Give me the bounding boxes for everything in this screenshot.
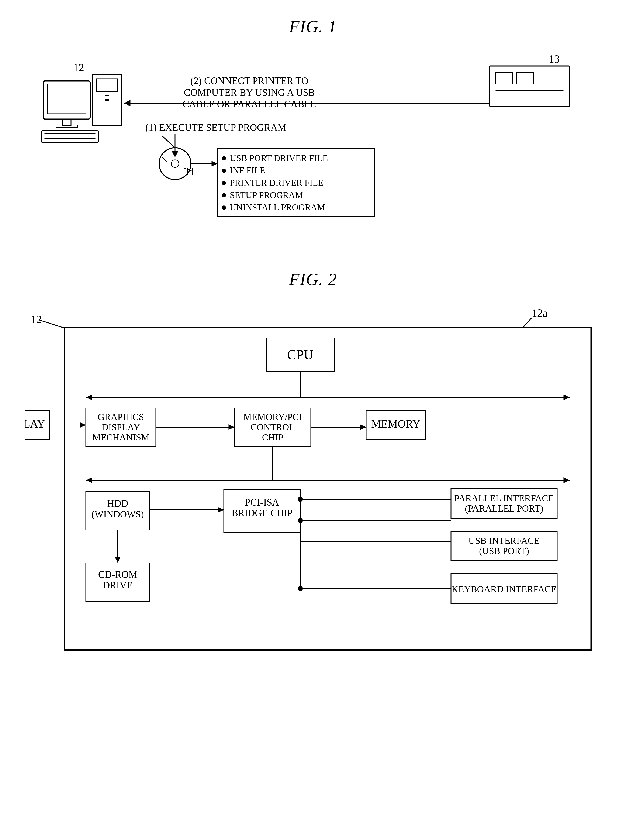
svg-point-84 [298,497,303,502]
svg-text:(1) EXECUTE SETUP PROGRAM: (1) EXECUTE SETUP PROGRAM [146,122,286,133]
svg-rect-6 [105,95,109,96]
svg-point-36 [222,169,226,173]
svg-rect-56 [86,408,156,446]
fig1-svg: 12 13 (2) CONNECT PRINTER TO COMPUTER BY… [25,53,601,244]
svg-marker-77 [115,557,121,563]
svg-point-38 [222,181,226,185]
svg-marker-32 [212,161,218,166]
svg-marker-25 [172,151,178,157]
label-12a: 12a [532,307,548,319]
svg-rect-15 [517,72,534,84]
svg-rect-95 [451,574,557,603]
svg-line-46 [523,318,532,327]
fig2-svg: 12 12a CPU DISPLA [25,306,601,656]
svg-text:INF FILE: INF FILE [230,166,265,175]
svg-rect-68 [366,410,426,440]
svg-marker-71 [86,477,92,483]
svg-marker-61 [228,424,235,430]
svg-rect-5 [97,79,118,91]
svg-text:CONTROL: CONTROL [251,422,295,432]
svg-text:COMPUTER BY USING A USB: COMPUTER BY USING A USB [184,87,315,98]
svg-text:CABLE OR PARALLEL CABLE: CABLE OR PARALLEL CABLE [183,99,316,109]
svg-rect-8 [41,131,99,142]
svg-text:11: 11 [185,166,195,178]
svg-point-99 [298,586,303,591]
svg-marker-67 [360,424,366,430]
svg-text:(2) CONNECT PRINTER TO: (2) CONNECT PRINTER TO [190,75,308,86]
svg-text:SETUP PROGRAM: SETUP PROGRAM [230,190,303,200]
svg-marker-52 [563,395,570,400]
svg-text:CHIP: CHIP [262,432,283,443]
svg-rect-53 [25,410,50,440]
svg-rect-47 [65,327,591,650]
svg-rect-73 [86,492,150,530]
svg-rect-33 [218,149,375,217]
svg-marker-55 [80,422,86,428]
label-12-fig2: 12 [31,313,42,325]
svg-marker-82 [218,507,224,513]
svg-text:12: 12 [73,61,84,74]
svg-marker-19 [124,100,131,106]
svg-text:PCI-ISA: PCI-ISA [245,497,279,508]
fig1-content: 12 13 (2) CONNECT PRINTER TO COMPUTER BY… [25,53,601,244]
memory-label: MEMORY [371,418,420,430]
svg-text:MEMORY/PCI: MEMORY/PCI [243,412,302,422]
svg-text:GRAPHICS: GRAPHICS [98,412,144,422]
fig2-content: 12 12a CPU DISPLA [25,306,601,656]
svg-text:13: 13 [549,53,560,65]
svg-text:(USB PORT): (USB PORT) [479,546,529,556]
svg-text:USB INTERFACE: USB INTERFACE [468,536,540,546]
svg-rect-89 [451,489,557,518]
svg-text:DRIVE: DRIVE [103,580,133,591]
svg-rect-14 [496,72,513,84]
fig1-title: FIG. 1 [25,17,601,36]
svg-rect-0 [44,81,90,119]
svg-rect-92 [451,531,557,561]
svg-rect-4 [92,75,122,125]
svg-rect-3 [56,125,77,128]
svg-point-40 [222,193,226,197]
svg-text:PARALLEL INTERFACE: PARALLEL INTERFACE [454,493,554,504]
svg-text:BRIDGE CHIP: BRIDGE CHIP [232,508,293,518]
svg-line-45 [39,320,69,330]
svg-marker-72 [563,477,570,483]
display-label: DISPLAY [25,418,45,430]
svg-text:DISPLAY: DISPLAY [102,422,140,432]
svg-text:(WINDOWS): (WINDOWS) [91,509,144,519]
svg-rect-7 [105,99,109,101]
svg-rect-48 [266,338,334,372]
svg-point-34 [222,156,226,161]
svg-rect-100 [86,563,150,601]
svg-text:CD-ROM: CD-ROM [98,569,137,580]
svg-text:MECHANISM: MECHANISM [92,432,149,443]
svg-point-86 [298,518,303,523]
svg-text:HDD: HDD [107,498,128,509]
page: FIG. 1 1 [0,0,626,840]
svg-rect-2 [63,119,71,125]
fig1-section: FIG. 1 1 [25,17,601,244]
svg-text:KEYBOARD INTERFACE: KEYBOARD INTERFACE [452,584,556,594]
svg-marker-51 [86,395,92,400]
svg-point-26 [159,148,191,180]
svg-line-28 [163,157,167,161]
svg-rect-1 [48,84,86,114]
cpu-label: CPU [287,347,313,362]
svg-point-42 [222,205,226,210]
fig2-section: FIG. 2 12 12a CPU [25,270,601,656]
svg-text:USB PORT DRIVER FILE: USB PORT DRIVER FILE [230,153,328,163]
svg-line-30 [184,168,192,171]
svg-text:(PARALLEL PORT): (PARALLEL PORT) [465,503,543,514]
svg-rect-13 [489,66,570,106]
fig2-title: FIG. 2 [25,270,601,289]
svg-line-44 [163,136,175,148]
svg-rect-78 [224,490,300,532]
svg-point-27 [171,160,179,167]
svg-text:PRINTER DRIVER FILE: PRINTER DRIVER FILE [230,178,324,188]
svg-rect-62 [235,408,311,446]
svg-text:UNINSTALL PROGRAM: UNINSTALL PROGRAM [230,203,325,212]
